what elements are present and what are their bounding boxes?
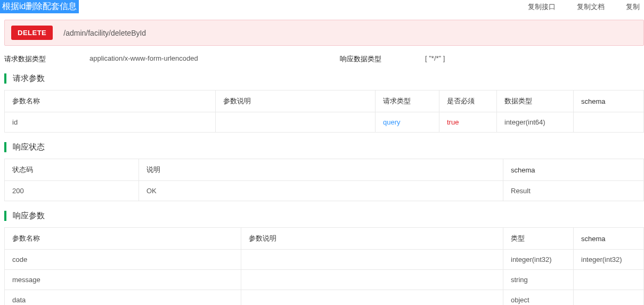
table-row: 200 OK Result [5,181,644,201]
action-links: 复制接口 复制文档 复制 [528,2,644,12]
endpoint-bar: DELETE /admin/facility/deleteById [4,20,644,46]
cell-resp-type: integer(int32) [503,250,574,270]
cell-param-desc [216,112,376,133]
col-param-name: 参数名称 [5,90,216,112]
request-type-value: application/x-www-form-urlencoded [89,54,198,64]
response-params-table: 参数名称 参数说明 类型 schema code integer(int32) … [4,227,644,305]
section-title-request-params: 请求参数 [4,73,644,84]
cell-resp-desc [241,250,503,270]
copy-api-link[interactable]: 复制接口 [528,2,556,12]
endpoint-path: /admin/facility/deleteById [63,29,146,37]
section-title-response-status: 响应状态 [4,142,644,152]
col-status-code: 状态码 [5,159,139,181]
meta-row: 请求数据类型 application/x-www-form-urlencoded… [0,54,644,64]
page-title: 根据id删除配套信息 [0,0,79,13]
cell-status-schema: Result [503,181,644,201]
cell-resp-schema [574,290,644,306]
cell-resp-type: object [503,290,574,306]
cell-resp-name: code [5,250,241,270]
col-required: 是否必须 [439,90,497,112]
col-resp-desc: 参数说明 [241,228,503,250]
cell-resp-desc [241,270,503,290]
col-status-schema: schema [503,159,644,181]
col-req-type: 请求类型 [376,90,439,112]
col-param-desc: 参数说明 [216,90,376,112]
table-header-row: 参数名称 参数说明 类型 schema [5,228,644,250]
request-type-label: 请求数据类型 [4,54,46,64]
copy-link[interactable]: 复制 [626,2,640,12]
cell-data-type: integer(int64) [497,112,574,133]
response-status-table: 状态码 说明 schema 200 OK Result [4,159,644,201]
col-data-type: 数据类型 [497,90,574,112]
col-resp-schema: schema [574,228,644,250]
section-title-response-params: 响应参数 [4,211,644,221]
cell-status-desc: OK [139,181,503,201]
table-header-row: 状态码 说明 schema [5,159,644,181]
copy-doc-link[interactable]: 复制文档 [577,2,605,12]
cell-param-name: id [5,112,216,133]
response-type-label: 响应数据类型 [340,54,381,64]
table-row: message string [5,270,644,290]
cell-required: true [439,112,497,133]
table-row: data object [5,290,644,306]
table-row: id query true integer(int64) [5,112,644,133]
col-resp-type: 类型 [503,228,574,250]
cell-resp-type: string [503,270,574,290]
response-type-value: [ "*/*" ] [425,54,445,64]
request-params-table: 参数名称 参数说明 请求类型 是否必须 数据类型 schema id query… [4,90,644,133]
col-resp-name: 参数名称 [5,228,241,250]
cell-status-code: 200 [5,181,139,201]
http-method-badge: DELETE [11,26,53,40]
cell-resp-name: message [5,270,241,290]
table-header-row: 参数名称 参数说明 请求类型 是否必须 数据类型 schema [5,90,644,112]
table-row: code integer(int32) integer(int32) [5,250,644,270]
col-schema: schema [574,90,644,112]
cell-resp-schema [574,270,644,290]
cell-resp-schema: integer(int32) [574,250,644,270]
cell-schema [574,112,644,133]
cell-resp-name: data [5,290,241,306]
cell-req-type: query [376,112,439,133]
cell-resp-desc [241,290,503,306]
col-status-desc: 说明 [139,159,503,181]
